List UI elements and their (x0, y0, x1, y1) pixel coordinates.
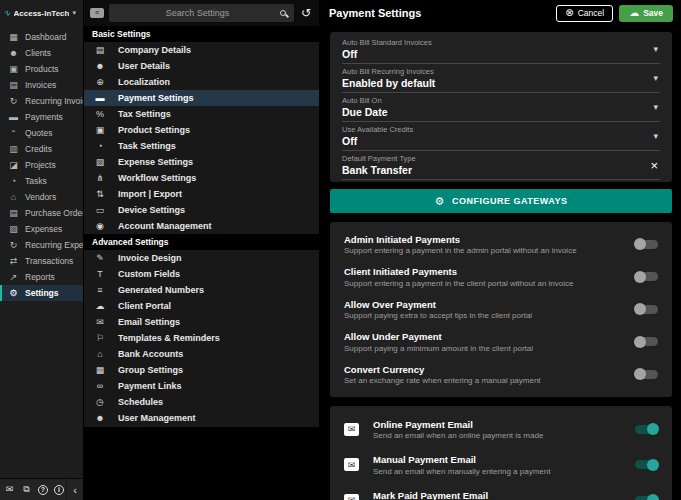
sidebar-item-settings[interactable]: ⚙ Settings (0, 285, 83, 301)
settings-item-schedules[interactable]: ◷ Schedules (84, 394, 319, 410)
sidebar-item-credits[interactable]: ▥ Credits (0, 141, 83, 157)
settings-item-payment-links[interactable]: ∞ Payment Links (84, 378, 319, 394)
settings-item-tax-settings[interactable]: % Tax Settings (84, 106, 319, 122)
settings-item-localization[interactable]: ⊕ Localization (84, 74, 319, 90)
collapse-sidebar-button[interactable]: ‹ (66, 479, 83, 500)
sidebar-item-dashboard[interactable]: ▦ Dashboard (0, 29, 83, 45)
settings-item-invoice-design[interactable]: ✎ Invoice Design (84, 250, 319, 266)
field-value: Off (342, 135, 653, 147)
settings-item-icon: ⊕ (94, 77, 106, 87)
settings-item-custom-fields[interactable]: T Custom Fields (84, 266, 319, 282)
settings-item-icon: ⇅ (94, 189, 106, 199)
settings-item-bank-accounts[interactable]: ⌂ Bank Accounts (84, 346, 319, 362)
sidebar-item-expenses[interactable]: ▧ Expenses (0, 221, 83, 237)
settings-item-templates-reminders[interactable]: ⚐ Templates & Reminders (84, 330, 319, 346)
sidebar-item-payments[interactable]: ▬ Payments (0, 109, 83, 125)
clear-icon[interactable]: × (650, 158, 660, 173)
toggle-switch[interactable] (635, 496, 658, 500)
email-icon[interactable]: ✉ (4, 484, 15, 495)
toggle-switch[interactable] (635, 337, 658, 346)
toggle-switch[interactable] (635, 460, 658, 469)
settings-item-icon: ☁ (94, 301, 106, 311)
toggle-switch[interactable] (635, 272, 658, 281)
configure-gateways-button[interactable]: ⚙ CONFIGURE GATEWAYS (330, 189, 672, 213)
nav-item-label: Transactions (25, 256, 73, 266)
field-auto-bill-standard-invoices[interactable]: Auto Bill Standard Invoices Off ▾ (342, 35, 660, 64)
settings-item-icon: ✎ (94, 253, 106, 263)
field-label: Auto Bill On (342, 96, 653, 105)
settings-item-payment-settings[interactable]: ▬ Payment Settings (84, 90, 319, 106)
nav-item-icon: ◔ (8, 176, 19, 187)
settings-item-group-settings[interactable]: ▦ Group Settings (84, 362, 319, 378)
forum-icon[interactable]: ⧉ (21, 484, 32, 495)
company-switcher[interactable]: ∿ Access-InTech ▾ (0, 0, 83, 26)
settings-item-user-management[interactable]: ☻ User Management (84, 410, 319, 426)
settings-item-task-settings[interactable]: ◔ Task Settings (84, 138, 319, 154)
settings-item-user-details[interactable]: ☻ User Details (84, 58, 319, 74)
search-settings-input[interactable] (115, 7, 280, 19)
sidebar-item-projects[interactable]: ◪ Projects (0, 157, 83, 173)
sidebar-item-vendors[interactable]: ⌂ Vendors (0, 189, 83, 205)
settings-item-email-settings[interactable]: ✉ Email Settings (84, 314, 319, 330)
sidebar-item-quotes[interactable]: “ Quotes (0, 125, 83, 141)
field-use-available-credits[interactable]: Use Available Credits Off ▾ (342, 122, 660, 151)
sidebar-item-products[interactable]: ▣ Products (0, 61, 83, 77)
email-toggle-manual-payment-email: ✉ Manual Payment Email Send an email whe… (344, 447, 658, 483)
chevron-down-icon[interactable]: ▾ (653, 73, 660, 83)
nav-item-label: Reports (25, 272, 55, 282)
cancel-button[interactable]: ⊗ Cancel (556, 5, 613, 22)
about-icon[interactable]: i (54, 485, 64, 495)
settings-item-device-settings[interactable]: ▭ Device Settings (84, 202, 319, 218)
settings-item-icon: ◉ (94, 221, 106, 231)
settings-item-label: Expense Settings (118, 157, 193, 167)
sidebar-item-recurring-expenses[interactable]: ↻ Recurring Expenses (0, 237, 83, 253)
settings-item-product-settings[interactable]: ▣ Product Settings (84, 122, 319, 138)
field-default-payment-type[interactable]: Default Payment Type Bank Transfer × (342, 151, 660, 180)
sidebar-item-purchase-orders[interactable]: ▤ Purchase Orders (0, 205, 83, 221)
sidebar-item-recurring-invoices[interactable]: ↻ Recurring Invoices (0, 93, 83, 109)
sidebar-item-tasks[interactable]: ◔ Tasks (0, 173, 83, 189)
settings-item-icon: ⚐ (94, 333, 106, 343)
toggle-switch[interactable] (635, 370, 658, 379)
settings-item-client-portal[interactable]: ☁ Client Portal (84, 298, 319, 314)
sidebar-item-reports[interactable]: ↗ Reports (0, 269, 83, 285)
settings-item-label: Company Details (118, 45, 191, 55)
save-button[interactable]: ☁ Save (619, 5, 673, 22)
search-settings-box[interactable] (109, 4, 294, 22)
toggle-switch[interactable] (635, 240, 658, 249)
settings-item-icon: ⌂ (94, 349, 106, 359)
settings-item-label: Workflow Settings (118, 173, 196, 183)
toggle-switch[interactable] (635, 425, 658, 434)
settings-item-expense-settings[interactable]: ▧ Expense Settings (84, 154, 319, 170)
settings-item-account-management[interactable]: ◉ Account Management (84, 218, 319, 234)
sidebar-item-transactions[interactable]: ⇄ Transactions (0, 253, 83, 269)
nav-item-label: Expenses (25, 224, 62, 234)
nav-item-label: Purchase Orders (25, 208, 83, 218)
settings-item-generated-numbers[interactable]: ≡ Generated Numbers (84, 282, 319, 298)
settings-item-import-export[interactable]: ⇅ Import | Export (84, 186, 319, 202)
shortcuts-icon[interactable]: ≡ (90, 8, 104, 18)
chevron-down-icon[interactable]: ▾ (653, 131, 660, 141)
nav-item-icon: ⇄ (8, 256, 19, 267)
settings-item-label: Device Settings (118, 205, 185, 215)
chevron-down-icon[interactable]: ▾ (653, 102, 660, 112)
settings-item-icon: ✉ (94, 317, 106, 327)
sidebar-item-clients[interactable]: ☻ Clients (0, 45, 83, 61)
help-icon[interactable]: ? (38, 485, 48, 495)
chevron-down-icon[interactable]: ▾ (653, 44, 660, 54)
field-auto-bill-on[interactable]: Auto Bill On Due Date ▾ (342, 93, 660, 122)
field-auto-bill-recurring-invoices[interactable]: Auto Bill Recurring Invoices Enabled by … (342, 64, 660, 93)
nav-item-icon: ↻ (8, 240, 19, 251)
history-icon[interactable]: ↺ (299, 6, 313, 20)
sidebar-item-invoices[interactable]: ▤ Invoices (0, 77, 83, 93)
settings-item-label: Product Settings (118, 125, 190, 135)
toggle-knob (634, 303, 646, 315)
toggle-switch[interactable] (635, 305, 658, 314)
settings-item-icon: ≡ (94, 285, 106, 295)
settings-item-workflow-settings[interactable]: ⋔ Workflow Settings (84, 170, 319, 186)
main-header: Payment Settings ⊗ Cancel ☁ Save (321, 0, 681, 26)
toggle-knob (634, 368, 646, 380)
nav-item-icon: ▤ (8, 208, 19, 219)
toggle-title: Allow Under Payment (344, 331, 623, 342)
settings-item-company-details[interactable]: ▤ Company Details (84, 42, 319, 58)
